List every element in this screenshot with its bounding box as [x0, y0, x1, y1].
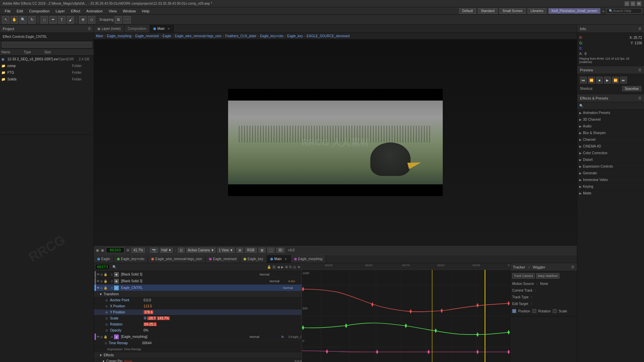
tool-text[interactable]: T — [58, 16, 65, 23]
tl-collapse-icon[interactable]: ◀ — [277, 265, 280, 269]
effects-panel-menu[interactable]: ☰ — [638, 96, 641, 100]
effects-search-input[interactable] — [585, 104, 642, 108]
menu-animation[interactable]: Animation — [84, 8, 105, 14]
project-search-input[interactable] — [2, 42, 92, 48]
shortcut-val[interactable]: Spacebar — [622, 86, 641, 91]
layer-3-eye[interactable]: 👁 — [97, 286, 100, 290]
tool-select[interactable]: ↖ — [2, 16, 9, 23]
viewer-transparency-btn[interactable]: ⊠ — [259, 248, 265, 253]
menu-effect[interactable]: Effect — [68, 8, 83, 14]
layer-2-solo[interactable]: ◎ — [100, 280, 103, 283]
tracker-panel-menu[interactable]: ☰ — [571, 265, 574, 269]
viewer-quality-select[interactable]: Half ▼ — [160, 248, 173, 253]
scale-link[interactable]: ⛓ — [144, 316, 147, 320]
prop-x-position[interactable]: ⊙ X Position 113.5 — [94, 303, 302, 309]
ep-cat-channel[interactable]: ▶ Channel — [577, 136, 644, 143]
layer-1-lock[interactable]: 🔒 — [104, 273, 107, 276]
layer-1-solo[interactable]: ◎ — [100, 273, 103, 276]
project-item-seq[interactable]: ▣ 12-33.3_SEQ_v3_[0001-0397].exr OpenEXR… — [0, 56, 94, 62]
breadcrumb-eagle-source[interactable]: EAGLE_SOURCE_denoised — [307, 34, 350, 38]
ep-cat-color-correction[interactable]: ▶ Color Correction — [577, 150, 644, 157]
ep-cat-matte[interactable]: ▶ Matte — [577, 190, 644, 197]
layer-4-lock[interactable]: 🔒 — [104, 335, 107, 339]
tl-switches-icon[interactable]: ⊞ — [285, 265, 288, 269]
prev-stop[interactable]: ■ — [596, 77, 603, 83]
workspace-libraries[interactable]: Libraries — [528, 8, 546, 14]
breadcrumb-main[interactable]: Main — [96, 34, 103, 38]
viewer-3d-btn[interactable]: 3D — [276, 248, 285, 253]
tl-lock-icon[interactable]: 🔒 — [267, 265, 271, 269]
prev-next-frame[interactable]: ⏩ — [612, 77, 619, 83]
timeline-timecode[interactable]: 00273 — [95, 264, 110, 270]
breadcrumb-feathers[interactable]: Feathers_CLN_plate — [225, 34, 256, 38]
tracker-rotation-check[interactable] — [532, 309, 536, 313]
close-button[interactable]: ✕ — [637, 1, 641, 6]
layer-4-solo[interactable]: ◎ — [100, 335, 103, 339]
corner-pin-reset[interactable]: Reset — [124, 360, 132, 362]
layer-row-2[interactable]: 👁 ◎ 🔒 2 ■ [Black Solid 3] Normal A.Inv — [94, 278, 302, 285]
tool-puppet[interactable]: ⊕ — [79, 16, 87, 23]
ep-cat-distort[interactable]: ▶ Distort — [577, 157, 644, 163]
prop-opacity[interactable]: ⊙ Opacity 0% — [94, 327, 302, 334]
breadcrumb-eagle-key[interactable]: Eagle_key — [287, 34, 303, 38]
breadcrumb-eagle-reversed[interactable]: Eagle_reversed — [135, 34, 159, 38]
tl-fx-icon[interactable]: fx — [289, 265, 292, 269]
prop-scale[interactable]: ⊙ Scale ⛓ -28.7 143.7% — [94, 315, 302, 321]
prev-last-frame[interactable]: ⏭ — [620, 77, 627, 83]
workspace-small-screen[interactable]: Small Screen — [499, 8, 525, 14]
layer-4-eye[interactable]: 👁 — [97, 335, 100, 339]
layer-3-lock[interactable]: 🔒 — [104, 286, 107, 290]
ep-cat-3d-channel[interactable]: ▶ 3D Channel — [577, 116, 644, 123]
menu-window[interactable]: Window — [120, 8, 139, 14]
project-item-solids[interactable]: 📁 Solids Folder — [0, 76, 94, 82]
prop-rotation[interactable]: ⊙ Rotation 0X-25.1 — [94, 321, 302, 327]
viewer-zoom-btn[interactable]: 41.7% — [131, 248, 145, 253]
tl-tab-eagle-key-roto[interactable]: Eagle_key+roto — [114, 255, 148, 263]
prev-first-frame[interactable]: ⏮ — [580, 77, 587, 83]
transform-section[interactable]: ▼ Transform — [94, 291, 302, 297]
ep-cat-blur-sharpen[interactable]: ▶ Blur & Sharpen — [577, 130, 644, 136]
tl-expand-icon[interactable]: ▶ — [281, 265, 284, 269]
menu-file[interactable]: File — [2, 8, 13, 14]
layer-row-4[interactable]: 👁 ◎ 🔒 4 ◈ [Eagle_morphing] Normal fx 3.E… — [94, 334, 302, 340]
tl-frame-blend-icon[interactable]: ⊗ — [298, 265, 300, 269]
layer-2-name[interactable]: [Black Solid 3] — [120, 279, 270, 283]
breadcrumb-eagle-key-roto[interactable]: Eagle_key+roto — [260, 34, 283, 38]
preview-panel-menu[interactable]: ☰ — [638, 68, 641, 72]
workspace-default[interactable]: Default — [459, 8, 476, 14]
warp-stabilizer-btn[interactable]: Warp Stabilizer — [536, 273, 560, 279]
project-item-ftg[interactable]: 📁 FTG Folder — [0, 69, 94, 76]
prop-y-position[interactable]: ⊙ Y Position 378.6 — [94, 309, 302, 315]
ep-cat-expression-controls[interactable]: ▶ Expression Controls — [577, 163, 644, 170]
tool-zoom[interactable]: 🔍 — [19, 16, 27, 23]
info-panel-menu[interactable]: ☰ — [638, 27, 641, 31]
tracker-position-check[interactable] — [512, 309, 516, 313]
menu-layer[interactable]: Layer — [53, 8, 68, 14]
menu-help[interactable]: Help — [139, 8, 152, 14]
maximize-button[interactable]: □ — [631, 1, 635, 6]
tl-tab-main[interactable]: Main ✕ — [267, 255, 291, 263]
comp-tab-main[interactable]: Main ✕ — [150, 25, 174, 33]
menu-view[interactable]: View — [106, 8, 119, 14]
viewer-channels-btn[interactable]: RGB — [245, 248, 257, 253]
search-input[interactable] — [613, 9, 640, 13]
tracker-scale-check[interactable] — [553, 309, 557, 313]
menu-composition[interactable]: Composition — [26, 8, 52, 14]
viewer-region-btn[interactable]: ⬚ — [267, 248, 274, 253]
prev-prev-frame[interactable]: ⏪ — [588, 77, 595, 83]
project-panel-menu[interactable]: ☰ — [88, 27, 91, 31]
viewer-camera-select[interactable]: Active Camera ▼ — [186, 248, 215, 253]
prop-anchor-point[interactable]: ⊙ Anchor Point 0,0,0 — [94, 297, 302, 303]
tool-rotate[interactable]: ↻ — [28, 16, 36, 23]
layer-row-1[interactable]: 👁 ◎ 🔒 1 ■ [Black Solid 3] Normal — [94, 271, 302, 278]
tl-tab-eagle[interactable]: Eagle — [94, 255, 114, 263]
ep-cat-keying[interactable]: ▶ Keying — [577, 183, 644, 190]
tl-motion-blur-icon[interactable]: ◎ — [293, 265, 296, 269]
breadcrumb-eagle-morphing[interactable]: Eagle_morphing — [107, 34, 131, 38]
viewer-grid-btn[interactable]: ⊞ — [236, 248, 243, 253]
workspace-overflow[interactable]: » — [602, 9, 604, 13]
layer-4-fx[interactable]: fx — [281, 335, 288, 339]
tl-search-icon[interactable]: 🔍 — [112, 265, 116, 269]
layer-row-3[interactable]: 👁 ◎ 🔒 3 N Eagle_CNTRL Normal — [94, 285, 302, 291]
layer-1-name[interactable]: [Black Solid 3] — [120, 273, 260, 276]
